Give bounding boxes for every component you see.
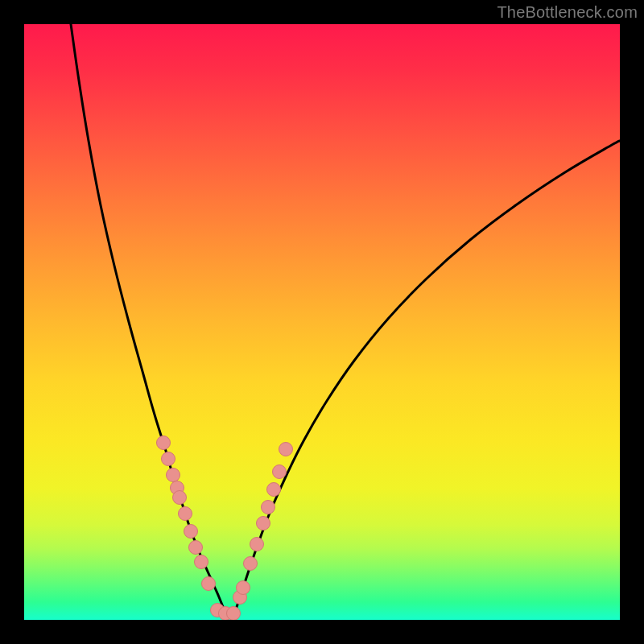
curve-layer [24,24,620,620]
curve-left-branch [71,24,227,620]
highlight-dot [279,443,293,456]
highlight-dot [273,465,287,479]
highlight-dot [227,607,241,621]
highlight-dot [195,555,208,569]
highlight-dots [157,436,293,621]
highlight-dot [250,538,264,551]
highlight-dot [267,483,281,497]
curve-right-branch [232,141,620,620]
highlight-dot [162,452,175,466]
highlight-dot [202,577,216,591]
highlight-dot [237,581,250,595]
highlight-dot [189,541,203,555]
highlight-dot [167,469,180,482]
highlight-dot [184,525,198,539]
plot-area [24,24,620,620]
highlight-dot [244,557,258,571]
watermark-text: TheBottleneck.com [497,3,638,22]
highlight-dot [262,501,275,514]
highlight-dot [179,507,192,521]
highlight-dot [173,491,187,505]
chart-frame: TheBottleneck.com [0,0,644,644]
highlight-dot [157,436,171,450]
highlight-dot [257,517,270,530]
